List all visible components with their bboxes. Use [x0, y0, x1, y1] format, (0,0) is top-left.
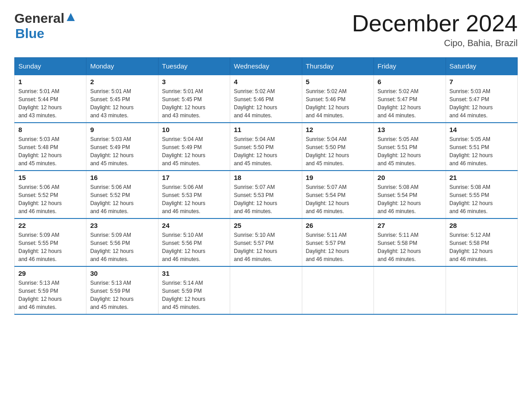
calendar-cell: 1 Sunrise: 5:01 AM Sunset: 5:44 PM Dayli…	[15, 75, 86, 123]
calendar-cell: 6 Sunrise: 5:02 AM Sunset: 5:47 PM Dayli…	[374, 75, 446, 123]
day-number: 30	[90, 270, 154, 277]
calendar-week-row: 15 Sunrise: 5:06 AM Sunset: 5:52 PM Dayl…	[15, 171, 518, 218]
title-area: December 2024 Cipo, Bahia, Brazil	[352, 11, 518, 48]
day-info: Sunrise: 5:13 AM Sunset: 5:59 PM Dayligh…	[90, 280, 133, 310]
calendar-cell	[446, 266, 517, 314]
col-monday: Monday	[86, 58, 158, 75]
day-info: Sunrise: 5:01 AM Sunset: 5:45 PM Dayligh…	[162, 88, 206, 119]
day-number: 7	[450, 78, 514, 86]
col-saturday: Saturday	[446, 58, 517, 75]
day-info: Sunrise: 5:11 AM Sunset: 5:58 PM Dayligh…	[378, 232, 421, 262]
day-info: Sunrise: 5:04 AM Sunset: 5:50 PM Dayligh…	[234, 136, 277, 167]
calendar-cell	[374, 266, 446, 314]
logo: General Blue	[14, 11, 76, 41]
day-number: 10	[162, 126, 226, 133]
day-number: 13	[378, 126, 442, 133]
day-number: 31	[162, 270, 226, 277]
calendar-cell: 18 Sunrise: 5:07 AM Sunset: 5:53 PM Dayl…	[230, 171, 302, 218]
calendar-cell	[302, 266, 373, 314]
calendar-cell: 24 Sunrise: 5:10 AM Sunset: 5:56 PM Dayl…	[158, 218, 230, 266]
calendar-header-row: Sunday Monday Tuesday Wednesday Thursday…	[15, 58, 518, 75]
day-info: Sunrise: 5:05 AM Sunset: 5:51 PM Dayligh…	[450, 136, 493, 167]
calendar-cell: 8 Sunrise: 5:03 AM Sunset: 5:48 PM Dayli…	[15, 123, 86, 171]
calendar-cell: 30 Sunrise: 5:13 AM Sunset: 5:59 PM Dayl…	[86, 266, 158, 314]
day-info: Sunrise: 5:06 AM Sunset: 5:53 PM Dayligh…	[162, 184, 206, 214]
calendar-cell: 31 Sunrise: 5:14 AM Sunset: 5:59 PM Dayl…	[158, 266, 230, 314]
day-info: Sunrise: 5:07 AM Sunset: 5:53 PM Dayligh…	[234, 184, 277, 214]
calendar-cell: 2 Sunrise: 5:01 AM Sunset: 5:45 PM Dayli…	[86, 75, 158, 123]
day-info: Sunrise: 5:04 AM Sunset: 5:49 PM Dayligh…	[162, 136, 206, 167]
day-number: 15	[18, 174, 82, 181]
day-number: 16	[90, 174, 154, 181]
day-info: Sunrise: 5:02 AM Sunset: 5:46 PM Dayligh…	[306, 88, 349, 119]
col-tuesday: Tuesday	[158, 58, 230, 75]
day-info: Sunrise: 5:07 AM Sunset: 5:54 PM Dayligh…	[306, 184, 349, 214]
location-subtitle: Cipo, Bahia, Brazil	[352, 38, 518, 48]
calendar-cell: 11 Sunrise: 5:04 AM Sunset: 5:50 PM Dayl…	[230, 123, 302, 171]
day-info: Sunrise: 5:01 AM Sunset: 5:44 PM Dayligh…	[18, 88, 62, 119]
logo-general: General	[14, 11, 64, 26]
calendar-cell: 27 Sunrise: 5:11 AM Sunset: 5:58 PM Dayl…	[374, 218, 446, 266]
calendar-cell: 12 Sunrise: 5:04 AM Sunset: 5:50 PM Dayl…	[302, 123, 373, 171]
calendar-cell	[230, 266, 302, 314]
page-header: General Blue December 2024 Cipo, Bahia, …	[14, 11, 518, 48]
calendar-cell: 9 Sunrise: 5:03 AM Sunset: 5:49 PM Dayli…	[86, 123, 158, 171]
day-info: Sunrise: 5:08 AM Sunset: 5:55 PM Dayligh…	[450, 184, 493, 214]
day-info: Sunrise: 5:03 AM Sunset: 5:49 PM Dayligh…	[90, 136, 133, 167]
col-thursday: Thursday	[302, 58, 373, 75]
day-info: Sunrise: 5:06 AM Sunset: 5:52 PM Dayligh…	[18, 184, 62, 214]
calendar-cell: 14 Sunrise: 5:05 AM Sunset: 5:51 PM Dayl…	[446, 123, 517, 171]
day-info: Sunrise: 5:06 AM Sunset: 5:52 PM Dayligh…	[90, 184, 133, 214]
calendar-cell: 5 Sunrise: 5:02 AM Sunset: 5:46 PM Dayli…	[302, 75, 373, 123]
svg-marker-0	[67, 13, 75, 21]
calendar-cell: 3 Sunrise: 5:01 AM Sunset: 5:45 PM Dayli…	[158, 75, 230, 123]
day-number: 2	[90, 78, 154, 86]
day-number: 4	[234, 78, 298, 86]
logo-blue: Blue	[15, 26, 44, 41]
day-number: 27	[378, 222, 442, 229]
day-info: Sunrise: 5:01 AM Sunset: 5:45 PM Dayligh…	[90, 88, 133, 119]
day-info: Sunrise: 5:02 AM Sunset: 5:46 PM Dayligh…	[234, 88, 277, 119]
day-number: 8	[18, 126, 82, 133]
day-info: Sunrise: 5:12 AM Sunset: 5:58 PM Dayligh…	[450, 232, 493, 262]
day-number: 29	[18, 270, 82, 277]
calendar-cell: 4 Sunrise: 5:02 AM Sunset: 5:46 PM Dayli…	[230, 75, 302, 123]
day-number: 25	[234, 222, 298, 229]
calendar-cell: 29 Sunrise: 5:13 AM Sunset: 5:59 PM Dayl…	[15, 266, 86, 314]
col-sunday: Sunday	[15, 58, 86, 75]
day-info: Sunrise: 5:05 AM Sunset: 5:51 PM Dayligh…	[378, 136, 421, 167]
calendar-cell: 7 Sunrise: 5:03 AM Sunset: 5:47 PM Dayli…	[446, 75, 517, 123]
day-number: 22	[18, 222, 82, 229]
calendar-cell: 20 Sunrise: 5:08 AM Sunset: 5:54 PM Dayl…	[374, 171, 446, 218]
calendar-week-row: 1 Sunrise: 5:01 AM Sunset: 5:44 PM Dayli…	[15, 75, 518, 123]
day-info: Sunrise: 5:11 AM Sunset: 5:57 PM Dayligh…	[306, 232, 349, 262]
day-info: Sunrise: 5:04 AM Sunset: 5:50 PM Dayligh…	[306, 136, 349, 167]
day-number: 11	[234, 126, 298, 133]
calendar-cell: 15 Sunrise: 5:06 AM Sunset: 5:52 PM Dayl…	[15, 171, 86, 218]
day-number: 17	[162, 174, 226, 181]
calendar-cell: 26 Sunrise: 5:11 AM Sunset: 5:57 PM Dayl…	[302, 218, 373, 266]
logo-triangle-icon	[66, 12, 76, 24]
day-info: Sunrise: 5:03 AM Sunset: 5:47 PM Dayligh…	[450, 88, 493, 119]
day-number: 12	[306, 126, 370, 133]
calendar-cell: 10 Sunrise: 5:04 AM Sunset: 5:49 PM Dayl…	[158, 123, 230, 171]
calendar-cell: 16 Sunrise: 5:06 AM Sunset: 5:52 PM Dayl…	[86, 171, 158, 218]
day-number: 9	[90, 126, 154, 133]
day-number: 1	[18, 78, 82, 86]
calendar-week-row: 8 Sunrise: 5:03 AM Sunset: 5:48 PM Dayli…	[15, 123, 518, 171]
calendar-cell: 21 Sunrise: 5:08 AM Sunset: 5:55 PM Dayl…	[446, 171, 517, 218]
day-info: Sunrise: 5:08 AM Sunset: 5:54 PM Dayligh…	[378, 184, 421, 214]
col-wednesday: Wednesday	[230, 58, 302, 75]
day-info: Sunrise: 5:10 AM Sunset: 5:56 PM Dayligh…	[162, 232, 206, 262]
day-info: Sunrise: 5:14 AM Sunset: 5:59 PM Dayligh…	[162, 280, 206, 310]
day-number: 23	[90, 222, 154, 229]
calendar-cell: 25 Sunrise: 5:10 AM Sunset: 5:57 PM Dayl…	[230, 218, 302, 266]
calendar-cell: 17 Sunrise: 5:06 AM Sunset: 5:53 PM Dayl…	[158, 171, 230, 218]
day-info: Sunrise: 5:09 AM Sunset: 5:56 PM Dayligh…	[90, 232, 133, 262]
day-number: 3	[162, 78, 226, 86]
day-number: 5	[306, 78, 370, 86]
day-number: 19	[306, 174, 370, 181]
day-info: Sunrise: 5:10 AM Sunset: 5:57 PM Dayligh…	[234, 232, 277, 262]
day-info: Sunrise: 5:02 AM Sunset: 5:47 PM Dayligh…	[378, 88, 421, 119]
day-info: Sunrise: 5:03 AM Sunset: 5:48 PM Dayligh…	[18, 136, 62, 167]
